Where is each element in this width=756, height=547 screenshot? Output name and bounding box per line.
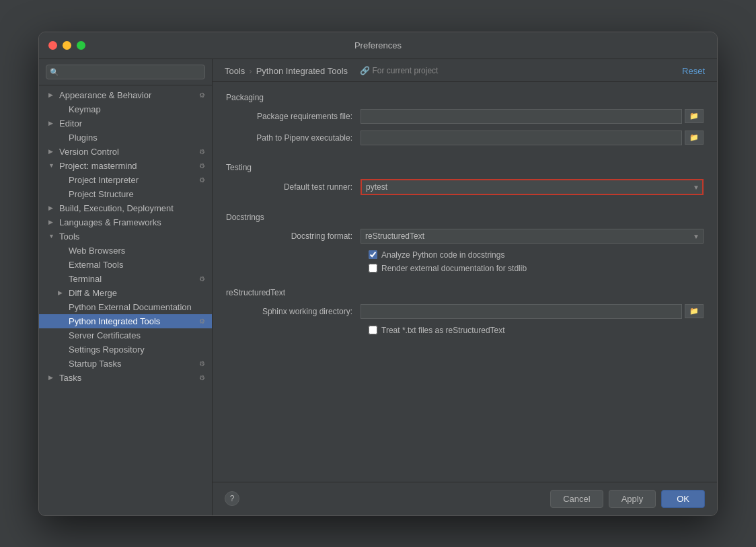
- package-req-input[interactable]: [361, 109, 682, 124]
- sidebar-item-terminal[interactable]: Terminal ⚙: [39, 272, 212, 286]
- tools-config-icon: ⚙: [199, 318, 205, 325]
- docstring-format-label: Docstring format:: [226, 231, 361, 241]
- pipenv-input[interactable]: [361, 131, 682, 145]
- sidebar-item-appearance-behavior[interactable]: Appearance & Behavior ⚙: [39, 88, 212, 102]
- sidebar-item-tools[interactable]: Tools: [39, 229, 212, 244]
- panel-body: Packaging Package requirements file: 📁 P…: [213, 82, 717, 482]
- analyze-checkbox-row: Analyze Python code in docstrings: [226, 250, 704, 260]
- sidebar-item-label: Keymap: [69, 104, 101, 114]
- panel-header: Tools › Python Integrated Tools 🔗 For cu…: [213, 59, 717, 82]
- sidebar-item-settings-repository[interactable]: Settings Repository: [39, 342, 212, 357]
- breadcrumb-separator: ›: [249, 66, 252, 76]
- docstring-format-select[interactable]: reStructuredText Google NumPy Epytext: [361, 229, 704, 244]
- sidebar-item-version-control[interactable]: Version Control ⚙: [39, 145, 212, 159]
- sidebar-item-project-mastermind[interactable]: Project: mastermind ⚙: [39, 159, 212, 173]
- cancel-button[interactable]: Cancel: [550, 490, 603, 508]
- package-req-browse-button[interactable]: 📁: [685, 109, 704, 123]
- arrow-icon: [48, 148, 56, 155]
- sidebar-item-label: Build, Execution, Deployment: [59, 203, 174, 213]
- main-panel: Tools › Python Integrated Tools 🔗 For cu…: [213, 59, 717, 515]
- sidebar-item-diff-merge[interactable]: Diff & Merge: [39, 286, 212, 300]
- sidebar-item-label: Tasks: [59, 373, 81, 383]
- docstring-format-row: Docstring format: reStructuredText Googl…: [226, 229, 704, 244]
- tasks-icon: ⚙: [199, 374, 205, 381]
- close-button[interactable]: [48, 41, 57, 50]
- reset-button[interactable]: Reset: [682, 66, 705, 76]
- breadcrumb: Tools › Python Integrated Tools 🔗 For cu…: [225, 66, 438, 76]
- arrow-icon: [48, 92, 56, 98]
- pipenv-row: Path to Pipenv executable: 📁: [226, 131, 704, 145]
- sidebar-item-external-tools[interactable]: External Tools: [39, 258, 212, 272]
- sidebar-item-label: Web Browsers: [69, 246, 125, 256]
- arrow-icon: [48, 162, 56, 169]
- pipenv-browse-button[interactable]: 📁: [685, 131, 704, 145]
- sidebar-item-python-external-doc[interactable]: Python External Documentation: [39, 300, 212, 314]
- treat-txt-checkbox-row: Treat *.txt files as reStructuredText: [226, 326, 704, 335]
- config-icon: ⚙: [199, 92, 205, 99]
- sidebar-item-plugins[interactable]: Plugins: [39, 131, 212, 145]
- sidebar-item-web-browsers[interactable]: Web Browsers: [39, 244, 212, 258]
- sidebar-item-label: Terminal: [69, 274, 102, 284]
- docstring-format-field: reStructuredText Google NumPy Epytext ▼: [361, 229, 704, 244]
- minimize-button[interactable]: [63, 41, 71, 50]
- sidebar-item-label: Version Control: [59, 147, 119, 157]
- sidebar: 🔍 Appearance & Behavior ⚙ Keymap: [39, 59, 213, 515]
- packaging-title: Packaging: [226, 93, 704, 102]
- maximize-button[interactable]: [77, 41, 85, 50]
- test-runner-select[interactable]: pytest Unittests Nosetests py.test: [361, 179, 704, 195]
- package-req-field: 📁: [361, 109, 704, 124]
- breadcrumb-root: Tools: [225, 66, 245, 76]
- sidebar-item-startup-tasks[interactable]: Startup Tasks ⚙: [39, 357, 212, 371]
- arrow-icon: [48, 219, 56, 225]
- package-req-label: Package requirements file:: [226, 112, 361, 121]
- arrow-icon: [48, 374, 56, 381]
- titlebar: Preferences: [39, 32, 717, 59]
- test-runner-field: pytest Unittests Nosetests py.test ▼: [361, 179, 704, 195]
- sidebar-item-server-certificates[interactable]: Server Certificates: [39, 328, 212, 342]
- arrow-icon: [48, 233, 56, 240]
- analyze-label: Analyze Python code in docstrings: [381, 250, 504, 260]
- help-button[interactable]: ?: [225, 491, 239, 506]
- sidebar-item-label: Appearance & Behavior: [59, 90, 151, 100]
- sphinx-dir-input[interactable]: [361, 304, 682, 319]
- sidebar-item-languages-frameworks[interactable]: Languages & Frameworks: [39, 215, 212, 229]
- sphinx-dir-browse-button[interactable]: 📁: [685, 304, 704, 318]
- sidebar-item-label: Languages & Frameworks: [59, 217, 161, 227]
- treat-txt-label: Treat *.txt files as reStructuredText: [381, 326, 505, 335]
- search-input[interactable]: [46, 65, 205, 79]
- search-box: 🔍: [39, 59, 212, 85]
- preferences-window: Preferences 🔍 Appearance & Behavior ⚙: [38, 32, 718, 516]
- sidebar-item-tasks[interactable]: Tasks ⚙: [39, 371, 212, 385]
- sidebar-item-keymap[interactable]: Keymap: [39, 102, 212, 116]
- ok-button[interactable]: OK: [661, 490, 705, 508]
- breadcrumb-current: Python Integrated Tools: [256, 66, 348, 76]
- package-req-row: Package requirements file: 📁: [226, 109, 704, 124]
- sidebar-item-label: External Tools: [69, 260, 123, 270]
- sidebar-tree: Appearance & Behavior ⚙ Keymap Editor Pl…: [39, 85, 212, 515]
- docstrings-title: Docstrings: [226, 213, 704, 222]
- sidebar-item-label: Tools: [59, 231, 79, 242]
- testing-title: Testing: [226, 163, 704, 172]
- terminal-icon: ⚙: [199, 275, 205, 283]
- footer-right: Cancel Apply OK: [550, 490, 705, 508]
- render-checkbox[interactable]: [369, 264, 377, 272]
- sidebar-item-python-integrated-tools[interactable]: Python Integrated Tools ⚙: [39, 314, 212, 328]
- sidebar-item-label: Python Integrated Tools: [69, 316, 160, 326]
- treat-txt-checkbox[interactable]: [369, 326, 377, 334]
- sidebar-item-project-interpreter[interactable]: Project Interpreter ⚙: [39, 173, 212, 187]
- render-checkbox-row: Render external documentation for stdlib: [226, 264, 704, 273]
- sidebar-item-label: Diff & Merge: [69, 288, 117, 298]
- vcs-icon: ⚙: [199, 148, 205, 155]
- sidebar-item-project-structure[interactable]: Project Structure: [39, 187, 212, 201]
- sidebar-item-label: Plugins: [69, 133, 98, 143]
- sidebar-item-build-execution[interactable]: Build, Execution, Deployment: [39, 201, 212, 215]
- main-content: 🔍 Appearance & Behavior ⚙ Keymap: [39, 59, 717, 515]
- analyze-checkbox[interactable]: [369, 250, 377, 259]
- sidebar-item-label: Startup Tasks: [69, 359, 122, 369]
- test-runner-label: Default test runner:: [226, 182, 361, 192]
- sidebar-item-label: Project Interpreter: [69, 175, 139, 185]
- sidebar-item-label: Project: mastermind: [59, 161, 137, 171]
- sidebar-item-editor[interactable]: Editor: [39, 116, 212, 131]
- search-wrap: 🔍: [46, 65, 205, 79]
- apply-button[interactable]: Apply: [609, 490, 656, 508]
